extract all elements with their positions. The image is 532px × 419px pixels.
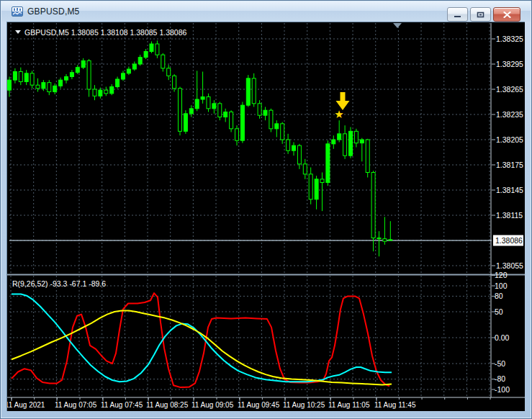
candle [81,58,85,69]
price-label: 1.38205 [496,135,523,144]
time-label: 11 Aug 11:45 [374,401,416,409]
collapse-triangle-icon[interactable] [15,30,21,34]
candle [201,72,204,104]
candle [383,217,387,245]
candle [104,87,108,96]
candle-body [99,90,102,96]
candle [36,78,40,92]
chart-canvas[interactable]: ★1.383251.382951.382651.382351.382051.38… [7,22,525,411]
candle [122,71,125,81]
candle-body [360,140,364,143]
candle [110,84,114,95]
oscillator-axis-label: -50 [495,359,505,368]
candle-body [212,104,216,109]
candle [326,140,330,186]
candle-body [263,110,267,115]
candle [349,127,353,158]
price-label: 1.38235 [496,110,523,119]
candle [287,134,290,154]
window-controls [447,7,520,22]
candle-body [42,83,45,89]
candle-body [144,52,148,58]
candle [144,49,148,59]
candle-body [354,131,358,143]
oscillator-axis-label: 0.00 [495,333,510,342]
restore-button[interactable] [470,7,491,22]
candle-body [8,80,12,90]
candle-body [224,112,227,117]
candle [212,100,216,114]
candle-body [332,140,335,144]
price-label: 1.38175 [496,161,523,169]
candle [161,53,165,72]
candle-body [235,129,239,140]
candle-body [132,64,136,69]
price-label: 1.38145 [496,186,523,194]
candle-body [389,240,392,240]
candle-body [383,239,387,242]
oscillator-axis-label: 50 [495,307,503,316]
price-label: 1.38265 [496,85,523,94]
candle [269,109,273,132]
candle-body [207,97,210,109]
candle-body [252,78,256,104]
candle [360,138,364,162]
time-label: 11 Aug 09:45 [238,401,280,409]
candle [377,231,381,256]
time-label: 11 Aug 10:25 [283,401,325,409]
candle-body [104,90,108,94]
candle [8,77,12,97]
candle-body [48,83,51,92]
candle [138,55,142,66]
candle-body [122,73,125,79]
candle-body [218,104,222,117]
candle [218,102,222,121]
candle [116,77,120,89]
oscillator-title: R(9,26,52) -93.3 -67.1 -89.6 [12,279,106,288]
candle [93,85,96,100]
oscillator-axis[interactable]: 12010080500.00-50-80-100 [492,271,510,393]
candle [13,68,17,84]
candle-body [70,73,73,77]
candle-body [338,134,341,140]
candle [332,135,335,149]
chart-client-area[interactable]: ★1.383251.382951.382651.382351.382051.38… [6,22,525,411]
candle-body [287,140,290,150]
window-titlebar[interactable]: GBPUSD,M5 [1,1,531,22]
ohlc-header: GBPUSD,M5 1.38085 1.38108 1.38085 1.3808… [15,28,186,37]
minimize-button[interactable] [447,7,468,22]
candle-body [281,124,284,140]
candle-body [366,140,369,173]
time-label: 11 Aug 09:05 [191,401,234,409]
candle [230,110,233,132]
candle-body [320,179,324,183]
candle [132,62,136,71]
candle [30,71,34,89]
candle-body [303,164,307,174]
candle [24,70,28,85]
candle [354,129,358,148]
candle [167,65,171,80]
price-axis[interactable]: 1.383251.382951.382651.382351.382051.381… [492,35,523,270]
oscillator-axis-label: 80 [495,292,503,300]
close-icon [503,12,511,18]
candle-body [195,99,199,109]
time-label: 11 Aug 07:05 [55,401,97,409]
candle [240,102,244,143]
candle [371,171,375,251]
oscillator-axis-label: -80 [495,374,505,383]
candle [189,105,193,117]
time-label: 11 Aug 08:25 [146,401,189,409]
close-button[interactable] [493,7,520,22]
candle [320,173,324,212]
candle [207,94,210,112]
candle [99,88,102,99]
candle-body [258,104,261,115]
candle-body [269,110,273,129]
candle [389,221,392,240]
candle [195,71,199,111]
time-axis[interactable]: 11 Aug 202111 Aug 07:0511 Aug 07:4511 Au… [7,397,490,409]
candle [309,168,312,204]
candle-body [24,73,28,82]
candle-body [155,44,159,55]
